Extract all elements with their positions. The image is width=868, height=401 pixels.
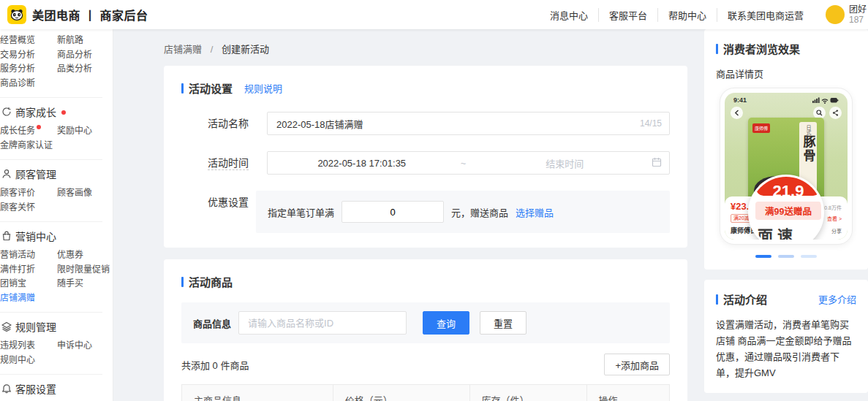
activity-time-range-picker[interactable]: 2022-05-18 17:01:35 ~ 结束时间 — [267, 151, 670, 175]
carousel-dot-active[interactable] — [755, 255, 771, 258]
added-count-text: 共添加 0 件商品 — [181, 358, 249, 372]
sidebar-item-rule-center[interactable]: 规则中心 — [0, 354, 57, 368]
sidebar-item-tuanxiaobao[interactable]: 团销宝 — [0, 277, 57, 291]
end-time-placeholder[interactable]: 结束时间 — [478, 156, 652, 170]
breadcrumb-parent[interactable]: 店铺满赠 — [164, 44, 202, 55]
top-nav: 消息中心 客服平台 帮助中心 联系美团电商运营 — [540, 8, 814, 22]
goods-table-header-row: 主商品信息 价格（元） 库存（件） 操作 — [182, 385, 670, 401]
breadcrumb-current: 创建新活动 — [222, 44, 269, 55]
back-icon[interactable] — [731, 107, 743, 119]
activity-time-label: 活动时间 — [181, 151, 249, 175]
consumer-preview-panel: 消费者浏览效果 商品详情页 9:41 — [704, 29, 868, 270]
title-accent-bar — [716, 294, 718, 305]
more-intro-link[interactable]: 更多介绍 — [818, 292, 856, 306]
phone-navrow — [725, 104, 848, 119]
sidebar-item-customer-care[interactable]: 顾客关怀 — [0, 201, 57, 215]
phone-mockup: 9:41 — [720, 88, 853, 245]
sidebar-item-quantity-discount[interactable]: 满件打折 — [0, 263, 57, 278]
time-range-separator: ~ — [449, 158, 478, 169]
activity-name-input[interactable] — [275, 118, 634, 130]
user-icon — [1, 169, 12, 179]
preview-carousel-dots — [716, 255, 856, 258]
intro-panel-title: 活动介绍 — [723, 291, 767, 307]
sidebar-item-marketing-activity[interactable]: 营销活动 — [0, 248, 57, 263]
sidebar-item-new-route[interactable]: 新航路 — [57, 34, 113, 48]
breadcrumb-separator: / — [211, 44, 214, 55]
reset-button[interactable]: 重置 — [480, 311, 527, 335]
sidebar-item-customer-profile[interactable]: 顾客画像 — [57, 186, 113, 201]
choose-gift-link[interactable]: 选择赠品 — [516, 205, 554, 219]
sidebar-item-customer-reviews[interactable]: 顾客评价 — [0, 186, 57, 201]
carousel-dot[interactable] — [801, 255, 817, 258]
panel-title-row: 活动介绍 — [716, 291, 767, 307]
nav-contact-operations[interactable]: 联系美团电商运营 — [717, 8, 814, 22]
rules-link[interactable]: 规则说明 — [244, 81, 282, 95]
sidebar-item-impulse-buy[interactable]: 随手买 — [57, 277, 113, 291]
threshold-amount-input[interactable] — [342, 206, 443, 218]
sidebar-item-violation-list[interactable]: 违规列表 — [0, 339, 57, 354]
sidebar-section-marketing-center[interactable]: 营销中心 — [1, 229, 113, 243]
activity-settings-title: 活动设置 — [189, 80, 233, 96]
start-time-value[interactable]: 2022-05-18 17:01:35 — [275, 158, 449, 169]
activity-name-label: 活动名称 — [181, 112, 249, 135]
magnified-gift-tag: 满99送赠品 — [755, 202, 821, 220]
add-goods-button[interactable]: +添加商品 — [604, 354, 670, 375]
divider — [0, 312, 102, 313]
phone-screen: 9:41 — [725, 93, 848, 240]
goods-table: 主商品信息 价格（元） 库存（件） 操作 — [181, 384, 670, 401]
layers-icon — [1, 321, 12, 332]
sidebar-item-appeal-center[interactable]: 申诉中心 — [57, 339, 113, 354]
goods-search-input[interactable] — [246, 317, 399, 329]
sidebar-item-trade-analysis[interactable]: 交易分析 — [0, 48, 57, 63]
share-icon[interactable] — [829, 107, 842, 119]
growth-icon — [1, 107, 12, 117]
divider — [0, 221, 102, 222]
phone-statusbar: 9:41 — [725, 93, 848, 104]
preview-subtitle: 商品详情页 — [716, 66, 856, 80]
activity-intro-panel: 活动介绍 更多介绍 设置满赠活动，消费者单笔购买店铺 商品满一定金额即给予赠品优… — [704, 280, 868, 393]
nav-message-center[interactable]: 消息中心 — [540, 8, 598, 22]
query-button[interactable]: 查询 — [423, 311, 469, 335]
app-logo[interactable]: 美团电商 丨 商家后台 — [7, 5, 148, 24]
sidebar-section-service-settings[interactable]: 客服设置 — [1, 381, 113, 396]
avatar[interactable] — [826, 5, 845, 24]
carousel-dot[interactable] — [778, 255, 794, 258]
title-accent-bar — [181, 83, 184, 93]
share-label[interactable]: 分享 — [831, 227, 842, 234]
left-sidebar: 经营概览新航路 交易分析商品分析 服务分析品类分析 商品诊断 商家成长 成长任务… — [0, 29, 113, 401]
sidebar-item-operating-overview[interactable]: 经营概览 — [0, 34, 57, 48]
activity-goods-panel: 活动商品 商品信息 查询 重置 共添加 0 件商品 +添加商品 主商品信息 价格… — [164, 259, 687, 401]
panel-title-row: 消费者浏览效果 — [716, 41, 856, 56]
panel-title-row: 活动设置 规则说明 — [181, 80, 670, 96]
view-link[interactable]: 查看 > — [827, 215, 842, 222]
calendar-icon[interactable] — [652, 157, 662, 169]
panel-title-row: 活动商品 — [181, 274, 670, 289]
app-title: 美团电商 丨 商家后台 — [32, 6, 148, 23]
goods-info-label: 商品信息 — [193, 316, 231, 330]
sidebar-item-coupons[interactable]: 优惠券 — [57, 248, 113, 263]
spacer — [57, 139, 113, 153]
user-account[interactable]: 团好 187 — [826, 4, 868, 25]
sidebar-item-service-analysis[interactable]: 服务分析 — [0, 62, 57, 77]
sidebar-item-flash-promo[interactable]: 限时限量促销 — [57, 263, 113, 278]
sidebar-section-customer-management[interactable]: 顾客管理 — [1, 167, 113, 181]
sidebar-section-rules-management[interactable]: 规则管理 — [1, 319, 113, 334]
divider — [0, 374, 102, 375]
sidebar-item-growth-tasks[interactable]: 成长任务 — [0, 124, 57, 139]
nav-service-platform[interactable]: 客服平台 — [598, 8, 657, 22]
sidebar-item-category-analysis[interactable]: 品类分析 — [57, 62, 113, 77]
sidebar-section-merchant-growth[interactable]: 商家成长 — [1, 104, 113, 119]
brand-tag: 康师傅 — [752, 123, 770, 133]
status-icons — [812, 96, 839, 104]
nav-help-center[interactable]: 帮助中心 — [657, 8, 717, 22]
sidebar-item-gold-merchant-cert[interactable]: 金牌商家认证 — [0, 139, 57, 153]
sidebar-item-product-analysis[interactable]: 商品分析 — [57, 48, 113, 63]
sidebar-item-reward-center[interactable]: 奖励中心 — [57, 124, 113, 139]
sidebar-item-product-diagnosis[interactable]: 商品诊断 — [0, 77, 57, 91]
right-column: 消费者浏览效果 商品详情页 9:41 — [704, 29, 868, 401]
col-stock: 库存（件） — [469, 385, 586, 401]
discount-prefix-text: 指定单笔订单满 — [268, 205, 334, 219]
sidebar-item-store-gift-active[interactable]: 店铺满赠 — [0, 291, 57, 306]
bell-icon — [1, 383, 12, 394]
threshold-input-wrap — [341, 201, 444, 223]
